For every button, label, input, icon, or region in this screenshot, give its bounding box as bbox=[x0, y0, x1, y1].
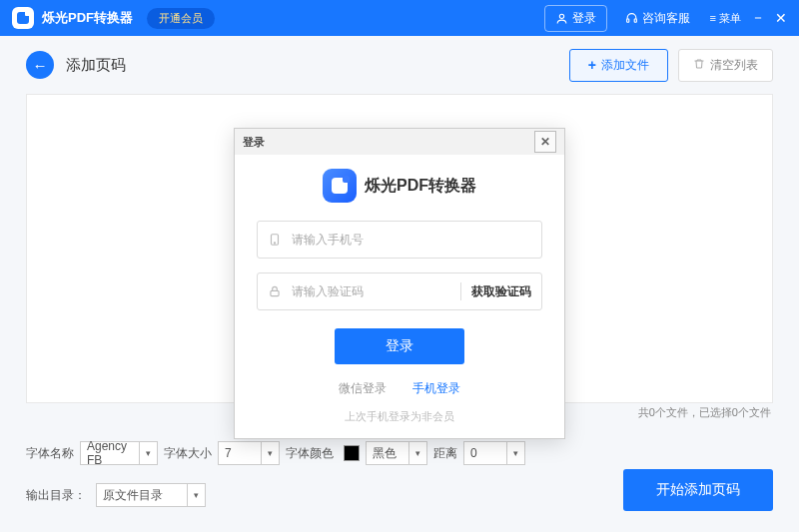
login-button[interactable]: 登录 bbox=[544, 5, 607, 32]
start-button[interactable]: 开始添加页码 bbox=[623, 469, 773, 511]
modal-header: 登录 ✕ bbox=[235, 129, 564, 155]
minimize-button[interactable]: － bbox=[751, 9, 765, 27]
output-row: 输出目录： 原文件目录▾ bbox=[26, 483, 206, 507]
chevron-down-icon: ▾ bbox=[187, 484, 205, 506]
login-label: 登录 bbox=[572, 10, 596, 27]
modal-title: 登录 bbox=[243, 135, 265, 150]
back-button[interactable]: ← bbox=[26, 51, 54, 79]
last-login-note: 上次手机登录为非会员 bbox=[257, 409, 542, 424]
font-name-select[interactable]: Agency FB▾ bbox=[80, 441, 158, 465]
divider bbox=[460, 282, 461, 300]
add-file-button[interactable]: + 添加文件 bbox=[569, 49, 668, 82]
menu-button[interactable]: ≡ 菜单 bbox=[710, 11, 741, 26]
login-modal: 登录 ✕ 烁光PDF转换器 请输入手机号 请输入验证码 获取验证码 登录 微信登… bbox=[234, 128, 565, 439]
status-text: 共0个文件，已选择0个文件 bbox=[638, 405, 771, 420]
brand-text: 烁光PDF转换器 bbox=[365, 176, 476, 197]
modal-login-button[interactable]: 登录 bbox=[335, 328, 464, 364]
output-dir-select[interactable]: 原文件目录▾ bbox=[96, 483, 206, 507]
headset-icon bbox=[625, 12, 638, 25]
font-size-label: 字体大小 bbox=[164, 445, 212, 462]
plus-icon: + bbox=[588, 57, 596, 73]
titlebar: 烁光PDF转换器 开通会员 登录 咨询客服 ≡ 菜单 － ✕ bbox=[0, 0, 799, 36]
chevron-down-icon: ▾ bbox=[261, 442, 279, 464]
chevron-down-icon: ▾ bbox=[506, 442, 524, 464]
svg-rect-5 bbox=[271, 290, 279, 295]
svg-point-0 bbox=[559, 14, 563, 18]
chevron-down-icon: ▾ bbox=[408, 442, 426, 464]
tab-wechat-login[interactable]: 微信登录 bbox=[339, 380, 387, 397]
vip-button[interactable]: 开通会员 bbox=[147, 8, 215, 29]
phone-icon bbox=[268, 233, 284, 247]
font-name-label: 字体名称 bbox=[26, 445, 74, 462]
lock-icon bbox=[268, 284, 284, 298]
svg-rect-2 bbox=[634, 19, 636, 22]
support-label: 咨询客服 bbox=[642, 10, 690, 27]
distance-select[interactable]: 0▾ bbox=[463, 441, 525, 465]
code-input[interactable]: 请输入验证码 获取验证码 bbox=[257, 272, 542, 310]
color-swatch[interactable] bbox=[344, 445, 360, 461]
chevron-down-icon: ▾ bbox=[139, 442, 157, 464]
code-placeholder: 请输入验证码 bbox=[292, 283, 450, 300]
brand-logo-icon bbox=[323, 169, 357, 203]
close-button[interactable]: ✕ bbox=[775, 10, 787, 26]
brand-row: 烁光PDF转换器 bbox=[257, 169, 542, 203]
distance-label: 距离 bbox=[433, 445, 457, 462]
app-name: 烁光PDF转换器 bbox=[42, 9, 133, 27]
modal-close-button[interactable]: ✕ bbox=[534, 131, 556, 153]
get-code-button[interactable]: 获取验证码 bbox=[471, 283, 531, 300]
trash-icon bbox=[693, 58, 705, 73]
add-file-label: 添加文件 bbox=[601, 57, 649, 74]
user-icon bbox=[555, 12, 568, 25]
font-color-label: 字体颜色 bbox=[286, 445, 334, 462]
clear-list-button[interactable]: 清空列表 bbox=[678, 49, 773, 82]
app-logo-icon bbox=[12, 7, 34, 29]
clear-list-label: 清空列表 bbox=[710, 57, 758, 74]
output-label: 输出目录： bbox=[26, 487, 86, 504]
page-header: ← 添加页码 + 添加文件 清空列表 bbox=[0, 36, 799, 94]
phone-placeholder: 请输入手机号 bbox=[292, 232, 531, 249]
font-size-select[interactable]: 7▾ bbox=[218, 441, 280, 465]
svg-rect-1 bbox=[626, 19, 628, 22]
tab-phone-login[interactable]: 手机登录 bbox=[412, 380, 460, 397]
svg-point-4 bbox=[274, 243, 275, 244]
font-color-select[interactable]: 黑色▾ bbox=[366, 441, 427, 465]
controls-row: 字体名称 Agency FB▾ 字体大小 7▾ 字体颜色 黑色▾ 距离 0▾ bbox=[26, 441, 525, 465]
page-title: 添加页码 bbox=[66, 56, 126, 75]
phone-input[interactable]: 请输入手机号 bbox=[257, 221, 542, 259]
login-tabs: 微信登录 手机登录 bbox=[257, 380, 542, 397]
support-button[interactable]: 咨询客服 bbox=[615, 6, 700, 31]
